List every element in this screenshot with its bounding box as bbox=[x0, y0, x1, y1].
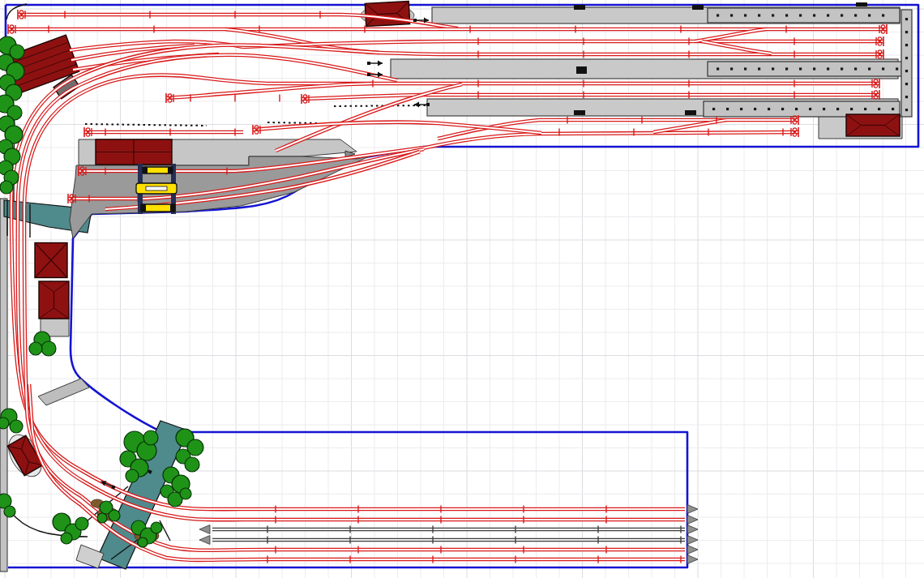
station-building[interactable] bbox=[96, 139, 172, 165]
pillar-dot bbox=[841, 14, 843, 16]
pillar-dot bbox=[850, 108, 853, 110]
yellow-wagon-1[interactable] bbox=[143, 167, 173, 173]
platform-shelter bbox=[574, 110, 585, 115]
platform-shelter bbox=[692, 5, 704, 10]
pillar-dot bbox=[864, 108, 866, 110]
pillar-dot bbox=[754, 108, 756, 110]
pillar-dot bbox=[896, 67, 898, 70]
pillar-dot bbox=[744, 14, 746, 16]
yellow-wagon-2[interactable] bbox=[141, 204, 175, 212]
pillar-dot bbox=[785, 67, 788, 70]
pillar-dot bbox=[905, 44, 908, 46]
tree[interactable] bbox=[0, 181, 13, 194]
pillar-dot bbox=[813, 67, 815, 70]
hip-building-left[interactable] bbox=[39, 281, 69, 319]
track-plan-window bbox=[0, 0, 924, 578]
pillar-dot bbox=[768, 108, 770, 110]
pillar-dot bbox=[717, 67, 719, 70]
pillar-dot bbox=[878, 108, 880, 110]
platform-shelter bbox=[856, 2, 867, 6]
yellow-bus[interactable] bbox=[136, 183, 177, 194]
tree[interactable] bbox=[109, 510, 120, 521]
pillar-dot bbox=[905, 31, 908, 33]
platform-shelter bbox=[574, 5, 585, 10]
tree[interactable] bbox=[126, 469, 139, 482]
tree[interactable] bbox=[180, 488, 191, 499]
tree[interactable] bbox=[151, 522, 162, 533]
pillar-dot bbox=[905, 109, 908, 111]
pillar-dot bbox=[758, 67, 760, 70]
pillar-dot bbox=[868, 67, 871, 70]
pillar-dot bbox=[854, 14, 857, 16]
pillar-dot bbox=[781, 108, 784, 110]
pillar-dot bbox=[785, 14, 788, 16]
platform-shelter bbox=[576, 66, 587, 74]
pillar-dot bbox=[827, 67, 829, 70]
tree[interactable] bbox=[29, 342, 42, 355]
pillar-dot bbox=[730, 67, 733, 70]
pillar-dot bbox=[799, 14, 802, 16]
pillar-dot bbox=[712, 108, 715, 110]
pillar-dot bbox=[854, 67, 857, 70]
pillar-dot bbox=[892, 108, 894, 110]
covered-1 bbox=[708, 8, 900, 23]
xroof-building[interactable] bbox=[35, 243, 67, 278]
platform-shelter bbox=[685, 110, 696, 115]
pillar-dot bbox=[905, 70, 908, 72]
pillar-dot bbox=[868, 14, 871, 16]
pillar-dot bbox=[905, 83, 908, 85]
pillar-dot bbox=[717, 14, 719, 16]
pillar-dot bbox=[795, 108, 798, 110]
pillar-dot bbox=[905, 96, 908, 98]
pillar-dot bbox=[799, 67, 802, 70]
covered-2 bbox=[708, 62, 902, 76]
pillar-dot bbox=[836, 108, 839, 110]
track-plan-canvas[interactable] bbox=[0, 0, 924, 578]
tree[interactable] bbox=[143, 430, 158, 445]
tree[interactable] bbox=[138, 537, 148, 547]
covered-head bbox=[901, 10, 912, 117]
pillar-dot bbox=[841, 67, 843, 70]
pillar-dot bbox=[744, 67, 746, 70]
tree[interactable] bbox=[0, 417, 9, 429]
pillar-dot bbox=[882, 67, 884, 70]
tree[interactable] bbox=[41, 341, 56, 356]
goods-shed-topright[interactable] bbox=[846, 114, 900, 136]
pillar-dot bbox=[813, 14, 815, 16]
pillar-dot bbox=[823, 108, 825, 110]
tree[interactable] bbox=[185, 457, 199, 472]
tree[interactable] bbox=[75, 517, 88, 530]
pillar-dot bbox=[730, 14, 733, 16]
pillar-dot bbox=[882, 14, 884, 16]
pillar-dot bbox=[772, 67, 774, 70]
tree[interactable] bbox=[4, 506, 15, 517]
pillar-dot bbox=[809, 108, 811, 110]
tree[interactable] bbox=[97, 513, 107, 523]
pillar-dot bbox=[827, 14, 829, 16]
pillar-dot bbox=[772, 14, 774, 16]
tree[interactable] bbox=[61, 533, 72, 544]
loco-shed-top[interactable] bbox=[365, 2, 409, 27]
pillar-dot bbox=[758, 14, 760, 16]
pillar-dot bbox=[726, 108, 729, 110]
pillar-dot bbox=[740, 108, 742, 110]
pillar-dot bbox=[905, 18, 908, 20]
pillar-dot bbox=[905, 57, 908, 59]
tree[interactable] bbox=[10, 420, 23, 433]
